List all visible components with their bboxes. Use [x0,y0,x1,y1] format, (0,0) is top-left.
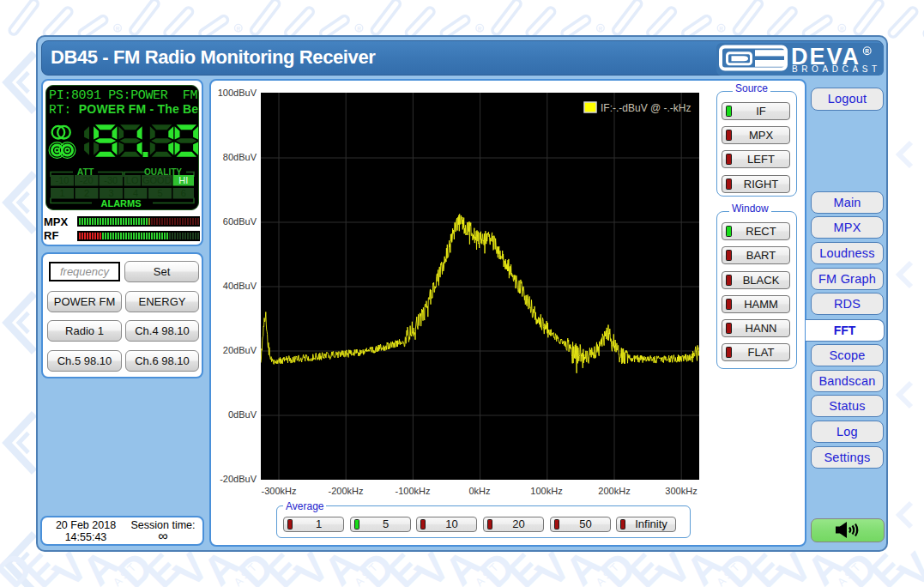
svg-text:R: R [599,26,603,32]
svg-text:R: R [719,26,723,32]
svg-text:BROADCAST: BROADCAST [792,64,881,74]
svg-text:GOOD: GOOD [142,175,172,185]
svg-text:5: 5 [157,188,162,198]
svg-text:R: R [116,26,120,32]
svg-text:3: 3 [108,188,113,198]
svg-text:-30: -30 [104,175,118,185]
svg-text:R: R [478,26,482,32]
svg-text:R: R [865,48,869,54]
svg-text:IF:-.-dBuV @ -.-kHz: IF:-.-dBuV @ -.-kHz [601,102,691,114]
svg-text:R: R [840,26,844,32]
svg-text:1: 1 [59,188,64,198]
svg-text:R: R [236,26,240,32]
svg-text:ALARMS: ALARMS [100,198,141,209]
svg-text:-20: -20 [80,175,94,185]
svg-text:6: 6 [181,188,186,198]
svg-text:LO: LO [126,175,139,185]
svg-text:-10: -10 [56,175,69,185]
svg-text:R: R [357,26,361,32]
svg-text:4: 4 [133,188,138,198]
svg-text:2: 2 [84,188,89,198]
svg-text:HI: HI [178,175,188,185]
